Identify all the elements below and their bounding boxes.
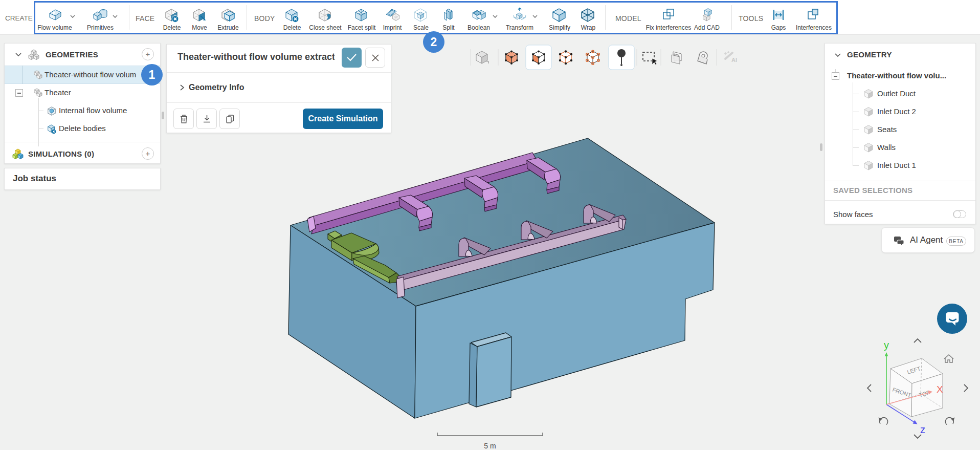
svg-text:y: y <box>884 339 889 351</box>
svg-text:z: z <box>920 424 925 435</box>
svg-text:AI: AI <box>731 57 737 63</box>
svg-text:X: X <box>937 384 943 395</box>
svg-text:5 m: 5 m <box>484 442 496 450</box>
